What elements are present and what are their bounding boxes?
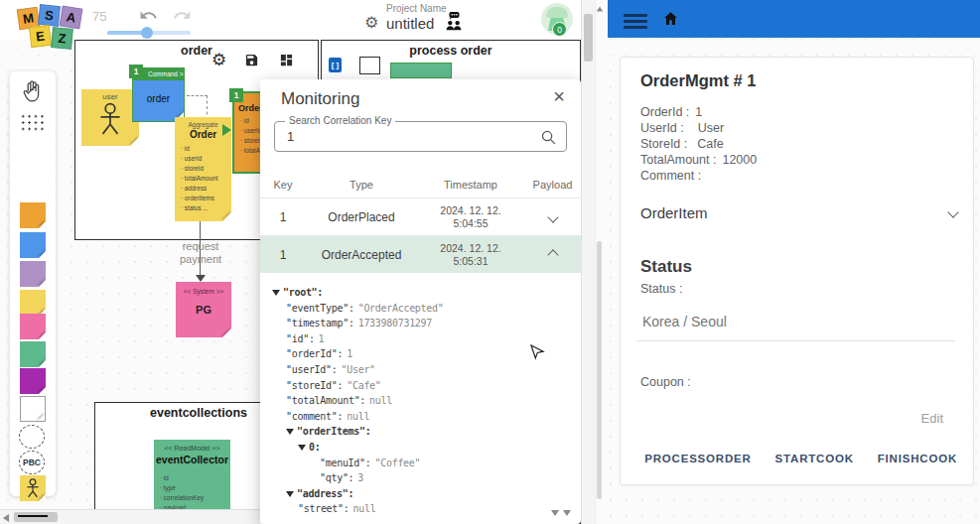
startcook-button[interactable]: STARTCOOK bbox=[773, 447, 856, 470]
connector-arrowhead-icon bbox=[196, 275, 206, 282]
aggregate-field: address bbox=[175, 184, 231, 194]
detail-field: TotalAmount :12000 bbox=[640, 153, 757, 167]
scroll-thumb[interactable] bbox=[584, 14, 593, 62]
chevron-up-icon[interactable] bbox=[547, 249, 558, 260]
save-icon[interactable] bbox=[244, 53, 259, 67]
close-icon[interactable]: × bbox=[553, 85, 565, 108]
command-sticky-label: order bbox=[133, 93, 184, 104]
palette-sticky-green[interactable] bbox=[20, 341, 46, 367]
scroll-thumb[interactable] bbox=[597, 241, 602, 499]
json-bracket-icon[interactable]: [ ] bbox=[329, 58, 342, 72]
cell-timestamp: 2024. 12. 12. 5:05:31 bbox=[417, 242, 524, 268]
chevron-down-icon[interactable] bbox=[947, 206, 958, 217]
readmodel-sticky-label: eventCollector bbox=[154, 454, 230, 465]
search-correlation-field[interactable]: Search Correlation Key bbox=[274, 121, 567, 152]
user-avatar[interactable]: 0 bbox=[539, 1, 575, 37]
horizontal-scroll-thumb[interactable] bbox=[14, 512, 58, 522]
project-name[interactable]: untitled bbox=[386, 15, 434, 32]
dialog-scroll-down-icon[interactable] bbox=[551, 510, 559, 516]
field-label: StoreId : bbox=[640, 137, 687, 151]
scroll-left-arrow-icon[interactable] bbox=[3, 514, 9, 522]
project-settings-gear-icon[interactable]: ⚙ bbox=[364, 13, 378, 32]
palette-sticky-orange[interactable] bbox=[20, 202, 46, 228]
cell-type: OrderAccepted bbox=[306, 248, 417, 262]
palette-sticky-pink[interactable] bbox=[20, 314, 46, 339]
table-header-row: Key Type Timestamp Payload bbox=[260, 172, 581, 197]
field-value: 1 bbox=[695, 105, 702, 119]
dialog-scroll-down-icon[interactable] bbox=[563, 510, 571, 516]
column-header: Payload bbox=[524, 179, 581, 191]
home-icon[interactable] bbox=[662, 10, 679, 27]
msaez-logo[interactable]: M S A E Z bbox=[12, 2, 95, 48]
stick-figure-icon bbox=[97, 102, 123, 136]
detail-field: UserId :User bbox=[640, 121, 724, 135]
json-line: "storeId":"Cafe" bbox=[266, 378, 579, 394]
dialog-title: Monitoring bbox=[281, 89, 359, 109]
detail-panel: OrderMgmt # 1 OrderId :1 UserId :User St… bbox=[603, 0, 980, 524]
aggregate-field: userId bbox=[175, 154, 231, 164]
actor-sticky-user[interactable]: user bbox=[81, 89, 139, 146]
search-icon[interactable] bbox=[540, 129, 557, 146]
panel-vertical-scrollbar[interactable] bbox=[595, 0, 603, 524]
command-badge: 1 bbox=[129, 65, 143, 78]
palette-line-tool[interactable] bbox=[18, 515, 48, 517]
json-line: "userId":"User" bbox=[266, 362, 579, 378]
palette-sticky-white[interactable] bbox=[20, 396, 46, 422]
edit-button[interactable]: Edit bbox=[921, 411, 943, 426]
table-row[interactable]: 1 OrderPlaced 2024. 12. 12. 5:04:55 bbox=[260, 197, 581, 235]
context-title: process order bbox=[322, 44, 580, 58]
collapse-triangle-icon bbox=[298, 445, 306, 451]
dot-grid-tool-icon[interactable] bbox=[20, 113, 47, 132]
column-header: Key bbox=[260, 179, 306, 191]
table-row-selected[interactable]: 1 OrderAccepted 2024. 12. 12. 5:05:31 bbox=[260, 235, 581, 273]
hamburger-menu-icon[interactable] bbox=[624, 11, 647, 32]
detail-field: Comment : bbox=[640, 169, 707, 183]
readmodel-field: type bbox=[154, 483, 230, 493]
aggregate-field: orderItems bbox=[175, 194, 231, 203]
actor-icon bbox=[25, 478, 41, 498]
location-field[interactable]: Korea / Seoul bbox=[636, 306, 955, 341]
connector-arrow-icon bbox=[222, 124, 231, 136]
palette-sticky-yellow[interactable] bbox=[20, 290, 46, 316]
json-line[interactable]: "address": bbox=[266, 486, 579, 502]
field-label: OrderId : bbox=[640, 105, 689, 119]
field-label: UserId : bbox=[640, 121, 684, 135]
context-settings-gear-icon[interactable]: ⚙ bbox=[211, 50, 226, 70]
zoom-slider-thumb[interactable] bbox=[141, 27, 153, 39]
aggregate-field: status ... bbox=[175, 203, 231, 213]
finishcook-button[interactable]: FINISHCOOK bbox=[876, 447, 959, 470]
palette-dashed-circle[interactable] bbox=[19, 425, 45, 449]
search-input[interactable] bbox=[275, 122, 566, 151]
hand-tool-icon[interactable] bbox=[21, 79, 45, 105]
palette-actor-sticky[interactable] bbox=[20, 475, 46, 501]
zoom-slider[interactable] bbox=[107, 31, 191, 35]
palette-sticky-magenta[interactable] bbox=[20, 368, 46, 394]
orderitem-section-label: OrderItem bbox=[640, 204, 708, 221]
palette-sticky-blue[interactable] bbox=[20, 232, 46, 258]
process-order-white-sticky[interactable] bbox=[359, 57, 380, 74]
scroll-up-arrow-icon[interactable] bbox=[597, 7, 603, 12]
mouse-cursor bbox=[529, 344, 545, 364]
json-line[interactable]: "orderItems": bbox=[266, 424, 579, 440]
palette-sticky-purple[interactable] bbox=[20, 261, 46, 287]
process-order-green-sticky[interactable] bbox=[390, 63, 452, 78]
action-button-row: PROCESSORDER STARTCOOK FINISHCOOK bbox=[642, 447, 959, 470]
undo-icon[interactable] bbox=[139, 6, 158, 25]
palette-pbc-circle[interactable]: PBC bbox=[19, 451, 45, 474]
processorder-button[interactable]: PROCESSORDER bbox=[642, 447, 753, 470]
actor-label: user bbox=[81, 92, 139, 101]
collapse-triangle-icon bbox=[272, 290, 280, 296]
json-line[interactable]: "root": bbox=[266, 285, 579, 301]
collaborators-icon[interactable] bbox=[443, 11, 465, 33]
system-sticky-pg[interactable]: << System >> PG bbox=[176, 282, 231, 337]
json-line: "totalAmount":null bbox=[266, 393, 579, 409]
aggregate-field: totalAmount bbox=[175, 174, 231, 184]
aggregate-field: storeId bbox=[175, 164, 231, 174]
orderitem-expander[interactable]: OrderItem bbox=[640, 204, 957, 221]
redo-icon[interactable] bbox=[173, 6, 192, 25]
json-line[interactable]: 0: bbox=[266, 440, 579, 456]
chevron-down-icon[interactable] bbox=[547, 211, 558, 222]
canvas-vertical-scrollbar[interactable] bbox=[581, 0, 595, 524]
project-name-label: Project Name bbox=[386, 3, 447, 14]
dashboard-grid-icon[interactable] bbox=[279, 53, 294, 67]
